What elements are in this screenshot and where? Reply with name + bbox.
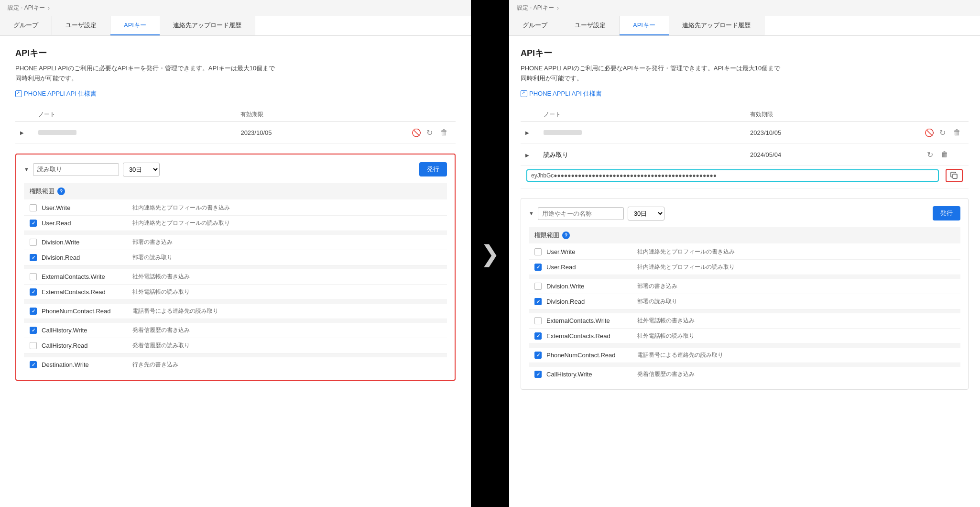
perm-divider-2-right	[529, 309, 960, 313]
checkbox-callhistory-read-left[interactable]	[30, 342, 37, 349]
expiry-date-left: 2023/10/05	[240, 129, 272, 136]
note-placeholder-right	[544, 130, 582, 135]
perm-divider-3-right	[529, 344, 960, 348]
key-name-input-left[interactable]	[33, 163, 119, 176]
days-select-right[interactable]: 30日 60日 90日 無制限	[628, 207, 664, 220]
tabs-right: グループ ユーザ設定 APIキー 連絡先アップロード履歴	[509, 16, 980, 36]
tab-api-key-right[interactable]: APIキー	[620, 16, 669, 35]
table-row: ▶ 2023/10/05 🚫 ↻ 🗑	[15, 121, 456, 144]
expand-row1-btn-right[interactable]: ▶	[524, 129, 530, 136]
right-panel: 設定 - APIキー › グループ ユーザ設定 APIキー 連絡先アップロード履…	[509, 0, 980, 507]
chevron-right-icon: ❯	[480, 240, 500, 267]
perm-division-write-right: Division.Write 部署の書き込み	[529, 279, 960, 294]
external-link-icon-right	[521, 90, 527, 97]
checkbox-extcontacts-read-right[interactable]	[534, 332, 542, 340]
checkbox-division-read-left[interactable]	[30, 254, 37, 261]
tabs-left: グループ ユーザ設定 APIキー 連絡先アップロード履歴	[0, 16, 471, 36]
checkbox-extcontacts-read-left[interactable]	[30, 288, 37, 296]
checkbox-phonenumcontact-read-right[interactable]	[534, 352, 542, 359]
refresh-btn2-right[interactable]: ↻	[925, 149, 936, 161]
ban-icon-left: 🚫	[412, 128, 421, 137]
key-name-input-right[interactable]	[538, 207, 624, 220]
refresh-btn-left[interactable]: ↻	[424, 127, 435, 139]
expand-row2-btn-right[interactable]: ▶	[524, 152, 530, 159]
content-right: APIキー PHONE APPLI APIのご利用に必要なAPIキーを発行・管理…	[509, 36, 980, 507]
refresh-btn-right[interactable]: ↻	[937, 127, 948, 139]
arrow-divider: ❯	[471, 0, 509, 507]
checkbox-division-read-right[interactable]	[534, 298, 542, 305]
permissions-header-left: 権限範囲 ?	[24, 183, 447, 199]
copy-btn-right[interactable]	[946, 169, 963, 182]
checkbox-division-write-left[interactable]	[30, 239, 37, 246]
spec-link-right[interactable]: PHONE APPLI API 仕様書	[521, 89, 969, 98]
tab-group-right[interactable]: グループ	[509, 16, 561, 35]
expand-row-btn-left[interactable]: ▶	[19, 129, 25, 136]
api-key-expanded-row	[521, 166, 969, 188]
tab-group-left[interactable]: グループ	[0, 16, 52, 35]
checkbox-extcontacts-write-right[interactable]	[534, 317, 542, 324]
perm-division-write-left: Division.Write 部署の書き込み	[24, 235, 447, 250]
chevron-icon-left: ▼	[24, 166, 29, 172]
spec-link-left[interactable]: PHONE APPLI API 仕様書	[15, 89, 456, 98]
breadcrumb-right: 設定 - APIキー ›	[509, 0, 980, 16]
checkbox-phonenumcontact-read-left[interactable]	[30, 308, 37, 315]
left-panel: 設定 - APIキー › グループ ユーザ設定 APIキー 連絡先アップロード履…	[0, 0, 471, 507]
checkbox-callhistory-write-left[interactable]	[30, 327, 37, 334]
page-title-right: APIキー	[521, 47, 969, 59]
api-key-field	[526, 169, 939, 182]
breadcrumb-arrow-left: ›	[48, 5, 50, 11]
perm-phonenumcontact-read-right: PhoneNumContact.Read 電話番号による連絡先の読み取り	[529, 348, 960, 363]
content-left: APIキー PHONE APPLI APIのご利用に必要なAPIキーを発行・管理…	[0, 36, 471, 507]
tab-api-key-left[interactable]: APIキー	[110, 16, 160, 35]
help-icon-right[interactable]: ?	[562, 231, 570, 239]
delete-btn-left[interactable]: 🗑	[438, 127, 450, 138]
perm-user-read-right: User.Read 社内連絡先とプロフィールの読み取り	[529, 260, 960, 275]
checkbox-user-write-left[interactable]	[30, 204, 37, 211]
new-key-form-left: ▼ 30日 60日 90日 無制限 発行 権限範囲 ? User	[15, 154, 456, 381]
checkbox-extcontacts-write-left[interactable]	[30, 273, 37, 280]
svg-rect-0	[953, 174, 957, 178]
api-table-left: ノート 有効期限 ▶ 2023/10/05	[15, 108, 456, 144]
perm-callhistory-write-left: CallHistory.Write 発着信履歴の書き込み	[24, 323, 447, 338]
chevron-icon-right: ▼	[529, 210, 534, 216]
col-expiry-right: 有効期限	[746, 108, 921, 122]
tab-contacts-upload-left[interactable]: 連絡先アップロード履歴	[160, 16, 255, 35]
note-placeholder-left	[38, 130, 76, 135]
tab-user-settings-left[interactable]: ユーザ設定	[52, 16, 110, 35]
expiry-date1-right: 2023/10/05	[750, 129, 781, 136]
checkbox-user-write-right[interactable]	[534, 248, 542, 255]
external-link-icon-left	[15, 90, 22, 97]
checkbox-division-write-right[interactable]	[534, 283, 542, 290]
perm-divider-1-right	[529, 275, 960, 279]
perm-extcontacts-write-right: ExternalContacts.Write 社外電話帳の書き込み	[529, 313, 960, 329]
api-key-input[interactable]	[531, 172, 934, 179]
days-select-left[interactable]: 30日 60日 90日 無制限	[123, 163, 160, 176]
issue-btn-left[interactable]: 発行	[419, 162, 447, 176]
description-left: PHONE APPLI APIのご利用に必要なAPIキーを発行・管理できます。A…	[15, 64, 456, 84]
checkbox-user-read-left[interactable]	[30, 220, 37, 227]
help-icon-left[interactable]: ?	[57, 187, 65, 195]
table-row: ▶ 2023/10/05 🚫 ↻ 🗑	[521, 121, 969, 144]
perm-callhistory-write-right: CallHistory.Write 発着信履歴の書き込み	[529, 367, 960, 382]
perm-divider-1-left	[24, 231, 447, 235]
expiry-date2-right: 2024/05/04	[750, 151, 781, 158]
delete-btn2-right[interactable]: 🗑	[938, 149, 951, 160]
ban-icon-right: 🚫	[925, 128, 934, 137]
perm-division-read-left: Division.Read 部署の読み取り	[24, 250, 447, 265]
delete-btn1-right[interactable]: 🗑	[951, 127, 963, 138]
perm-divider-4-left	[24, 319, 447, 323]
tab-contacts-upload-right[interactable]: 連絡先アップロード履歴	[669, 16, 764, 35]
perm-division-read-right: Division.Read 部署の読み取り	[529, 294, 960, 309]
checkbox-callhistory-write-right[interactable]	[534, 371, 542, 378]
form-header-right: ▼ 30日 60日 90日 無制限 発行	[529, 206, 960, 220]
tab-user-settings-right[interactable]: ユーザ設定	[561, 16, 620, 35]
checkbox-user-read-right[interactable]	[534, 264, 542, 271]
checkbox-destination-write-left[interactable]	[30, 361, 37, 368]
copy-icon	[950, 172, 958, 179]
col-note-left: ノート	[34, 108, 237, 122]
perm-user-write-right: User.Write 社内連絡先とプロフィールの書き込み	[529, 244, 960, 260]
issue-btn-right[interactable]: 発行	[933, 206, 960, 220]
perm-extcontacts-read-left: ExternalContacts.Read 社外電話帳の読み取り	[24, 285, 447, 300]
perm-extcontacts-read-right: ExternalContacts.Read 社外電話帳の読み取り	[529, 329, 960, 344]
perm-user-write-left: User.Write 社内連絡先とプロフィールの書き込み	[24, 200, 447, 216]
